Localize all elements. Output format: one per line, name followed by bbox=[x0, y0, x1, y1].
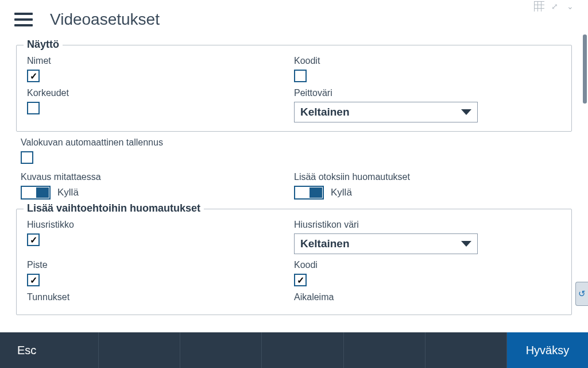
caret-down-icon bbox=[461, 241, 471, 247]
footer-slot-4[interactable] bbox=[262, 332, 343, 368]
accept-button[interactable]: Hyväksy bbox=[507, 332, 588, 368]
hamburger-menu[interactable] bbox=[14, 13, 33, 26]
crosshair-label: Hiusristikko bbox=[27, 220, 294, 230]
footer-bar: Esc Hyväksy bbox=[0, 332, 588, 368]
chevron-down-icon[interactable]: ⌄ bbox=[564, 0, 577, 13]
auto-save-label: Valokuvan automaattinen tallennus bbox=[21, 137, 567, 148]
measure-desc-toggle[interactable] bbox=[21, 186, 51, 200]
measure-desc-label: Kuvaus mitattaessa bbox=[21, 172, 294, 182]
footer-slot-3[interactable] bbox=[180, 332, 262, 368]
crosshair-color-select[interactable]: Keltainen bbox=[294, 233, 478, 254]
timestamp-label: Aikaleima bbox=[294, 292, 561, 302]
scrollbar[interactable] bbox=[583, 34, 587, 103]
id-label: Tunnukset bbox=[27, 292, 294, 302]
heights-checkbox[interactable] bbox=[27, 102, 40, 114]
coverage-color-value: Keltainen bbox=[300, 106, 350, 118]
point-checkbox[interactable] bbox=[27, 274, 40, 286]
grid-icon[interactable] bbox=[533, 0, 546, 13]
names-label: Nimet bbox=[27, 56, 294, 66]
footer-slot-6[interactable] bbox=[425, 332, 507, 368]
add-notes-toggle[interactable] bbox=[294, 186, 324, 200]
caret-down-icon bbox=[461, 109, 471, 115]
esc-button[interactable]: Esc bbox=[0, 332, 99, 368]
side-tab-icon[interactable]: ↺ bbox=[575, 282, 588, 306]
point-label: Piste bbox=[27, 260, 294, 270]
codes-label: Koodit bbox=[294, 56, 561, 66]
options-legend: Lisää vaihtoehtoihin huomautukset bbox=[24, 202, 204, 214]
display-fieldset: Näyttö Nimet Koodit Korkeudet Peittoväri… bbox=[16, 45, 572, 132]
expand-icon[interactable]: ⤢ bbox=[548, 0, 561, 13]
add-notes-state: Kyllä bbox=[331, 187, 352, 198]
crosshair-color-label: Hiusristikon väri bbox=[294, 220, 561, 230]
footer-slot-5[interactable] bbox=[344, 332, 425, 368]
add-notes-label: Lisää otoksiin huomautukset bbox=[294, 172, 567, 182]
display-legend: Näyttö bbox=[24, 39, 63, 51]
crosshair-checkbox[interactable] bbox=[27, 233, 40, 246]
heights-label: Korkeudet bbox=[27, 88, 294, 98]
crosshair-color-value: Keltainen bbox=[300, 237, 350, 250]
code-label: Koodi bbox=[294, 260, 561, 270]
options-fieldset: Lisää vaihtoehtoihin huomautukset Hiusri… bbox=[16, 209, 572, 315]
codes-checkbox[interactable] bbox=[294, 70, 307, 82]
footer-slot-2[interactable] bbox=[99, 332, 180, 368]
code-checkbox[interactable] bbox=[294, 274, 307, 286]
top-right-toolbar: ⤢ ⌄ bbox=[533, 0, 577, 13]
auto-save-checkbox[interactable] bbox=[21, 151, 33, 164]
measure-desc-state: Kyllä bbox=[57, 187, 79, 198]
names-checkbox[interactable] bbox=[27, 70, 40, 82]
coverage-color-label: Peittoväri bbox=[294, 88, 561, 98]
page-title: Videoasetukset bbox=[50, 10, 160, 29]
coverage-color-select[interactable]: Keltainen bbox=[294, 102, 478, 122]
